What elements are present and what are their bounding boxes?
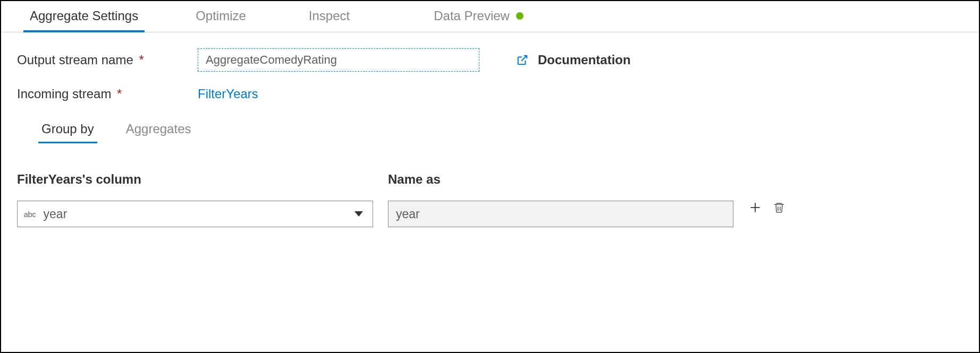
delete-row-button[interactable] <box>773 201 785 217</box>
name-as-value: year <box>396 207 420 221</box>
label-text: Incoming stream <box>17 87 111 101</box>
dropdown-value: year <box>44 207 354 221</box>
source-column-dropdown[interactable]: abc year <box>17 201 373 227</box>
incoming-stream-row: Incoming stream * FilterYears <box>17 87 963 101</box>
output-stream-label: Output stream name * <box>17 53 198 67</box>
label-text: Output stream name <box>17 53 133 67</box>
tab-optimize[interactable]: Optimize <box>183 1 259 32</box>
output-stream-row: Output stream name * Documentation <box>17 48 963 72</box>
name-as-header: Name as <box>388 172 733 187</box>
chevron-down-icon <box>354 211 363 217</box>
tab-inspect[interactable]: Inspect <box>296 1 362 32</box>
name-as-block: Name as year <box>388 172 733 227</box>
content-area: Output stream name * Documentation Incom… <box>1 32 979 227</box>
subtab-label: Group by <box>41 122 94 136</box>
add-row-button[interactable] <box>748 201 762 217</box>
subtab-label: Aggregates <box>126 122 191 136</box>
row-actions <box>748 201 785 217</box>
incoming-stream-label: Incoming stream * <box>17 87 198 101</box>
sub-tabs: Group by Aggregates <box>38 117 963 143</box>
type-tag-icon: abc <box>24 210 36 219</box>
tab-label: Data Preview <box>434 8 510 23</box>
tab-label: Optimize <box>196 8 246 23</box>
required-asterisk: * <box>117 87 122 101</box>
open-external-icon <box>517 54 528 66</box>
tab-label: Aggregate Settings <box>30 8 138 23</box>
tab-label: Inspect <box>309 8 350 23</box>
documentation-link[interactable]: Documentation <box>517 53 631 67</box>
subtab-group-by[interactable]: Group by <box>38 117 97 143</box>
source-column-block: FilterYears's column abc year <box>17 172 373 227</box>
main-tabs: Aggregate Settings Optimize Inspect Data… <box>1 1 979 32</box>
group-by-columns: FilterYears's column abc year Name as ye… <box>17 172 963 227</box>
required-asterisk: * <box>139 53 143 67</box>
documentation-label: Documentation <box>538 53 631 67</box>
aggregate-settings-panel: Aggregate Settings Optimize Inspect Data… <box>0 0 980 353</box>
subtab-aggregates[interactable]: Aggregates <box>123 117 195 143</box>
status-indicator-icon <box>516 12 523 20</box>
tab-aggregate-settings[interactable]: Aggregate Settings <box>17 1 151 32</box>
incoming-stream-link[interactable]: FilterYears <box>198 87 258 101</box>
name-as-input[interactable]: year <box>388 201 733 227</box>
output-stream-input[interactable] <box>198 48 479 72</box>
tab-data-preview[interactable]: Data Preview <box>421 1 536 32</box>
source-column-header: FilterYears's column <box>17 172 373 187</box>
